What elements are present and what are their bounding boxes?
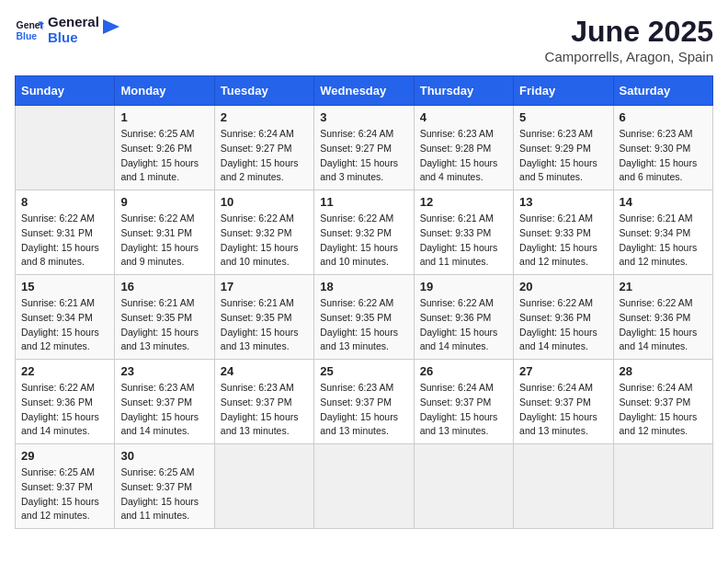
calendar-cell: 23Sunrise: 6:23 AMSunset: 9:37 PMDayligh… — [115, 360, 214, 444]
calendar-cell: 6Sunrise: 6:23 AMSunset: 9:30 PMDaylight… — [613, 106, 712, 190]
calendar-week-3: 15Sunrise: 6:21 AMSunset: 9:34 PMDayligh… — [16, 275, 713, 360]
col-friday: Friday — [514, 76, 613, 106]
logo-blue: Blue — [48, 30, 99, 46]
calendar-subtitle: Camporrells, Aragon, Spain — [545, 49, 713, 64]
calendar-cell: 21Sunrise: 6:22 AMSunset: 9:36 PMDayligh… — [613, 275, 712, 360]
col-monday: Monday — [115, 76, 214, 106]
calendar-cell: 16Sunrise: 6:21 AMSunset: 9:35 PMDayligh… — [115, 275, 214, 360]
col-tuesday: Tuesday — [214, 76, 313, 106]
calendar-cell — [214, 444, 313, 529]
calendar-body: 1Sunrise: 6:25 AMSunset: 9:26 PMDaylight… — [16, 106, 713, 529]
calendar-cell: 29Sunrise: 6:25 AMSunset: 9:37 PMDayligh… — [16, 444, 115, 529]
calendar-cell: 18Sunrise: 6:22 AMSunset: 9:35 PMDayligh… — [314, 275, 414, 360]
calendar-cell: 3Sunrise: 6:24 AMSunset: 9:27 PMDaylight… — [314, 106, 414, 190]
header-row: Sunday Monday Tuesday Wednesday Thursday… — [16, 76, 713, 106]
calendar-cell: 20Sunrise: 6:22 AMSunset: 9:36 PMDayligh… — [514, 275, 613, 360]
calendar-cell — [314, 444, 414, 529]
col-wednesday: Wednesday — [314, 76, 414, 106]
calendar-cell: 28Sunrise: 6:24 AMSunset: 9:37 PMDayligh… — [613, 360, 712, 444]
calendar-week-2: 8Sunrise: 6:22 AMSunset: 9:31 PMDaylight… — [16, 190, 713, 275]
calendar-cell: 27Sunrise: 6:24 AMSunset: 9:37 PMDayligh… — [514, 360, 613, 444]
logo: General Blue General Blue — [15, 15, 121, 45]
calendar-title-block: June 2025 Camporrells, Aragon, Spain — [545, 15, 713, 64]
calendar-cell: 19Sunrise: 6:22 AMSunset: 9:36 PMDayligh… — [414, 275, 513, 360]
calendar-cell: 1Sunrise: 6:25 AMSunset: 9:26 PMDaylight… — [115, 106, 214, 190]
calendar-cell: 15Sunrise: 6:21 AMSunset: 9:34 PMDayligh… — [16, 275, 115, 360]
calendar-cell: 12Sunrise: 6:21 AMSunset: 9:33 PMDayligh… — [414, 190, 513, 275]
calendar-cell — [414, 444, 513, 529]
calendar-week-4: 22Sunrise: 6:22 AMSunset: 9:36 PMDayligh… — [16, 360, 713, 444]
col-saturday: Saturday — [613, 76, 712, 106]
calendar-cell: 22Sunrise: 6:22 AMSunset: 9:36 PMDayligh… — [16, 360, 115, 444]
calendar-cell: 11Sunrise: 6:22 AMSunset: 9:32 PMDayligh… — [314, 190, 414, 275]
calendar-cell: 8Sunrise: 6:22 AMSunset: 9:31 PMDaylight… — [16, 190, 115, 275]
calendar-cell: 24Sunrise: 6:23 AMSunset: 9:37 PMDayligh… — [214, 360, 313, 444]
calendar-cell — [16, 106, 115, 190]
calendar-title: June 2025 — [545, 15, 713, 49]
calendar-cell: 13Sunrise: 6:21 AMSunset: 9:33 PMDayligh… — [514, 190, 613, 275]
calendar-week-1: 1Sunrise: 6:25 AMSunset: 9:26 PMDaylight… — [16, 106, 713, 190]
logo-general: General — [48, 15, 99, 30]
calendar-week-5: 29Sunrise: 6:25 AMSunset: 9:37 PMDayligh… — [16, 444, 713, 529]
calendar-cell: 10Sunrise: 6:22 AMSunset: 9:32 PMDayligh… — [214, 190, 313, 275]
calendar-cell: 17Sunrise: 6:21 AMSunset: 9:35 PMDayligh… — [214, 275, 313, 360]
calendar-cell: 9Sunrise: 6:22 AMSunset: 9:31 PMDaylight… — [115, 190, 214, 275]
col-thursday: Thursday — [414, 76, 513, 106]
calendar-cell: 4Sunrise: 6:23 AMSunset: 9:28 PMDaylight… — [414, 106, 513, 190]
calendar-cell: 25Sunrise: 6:23 AMSunset: 9:37 PMDayligh… — [314, 360, 414, 444]
svg-marker-3 — [103, 19, 119, 34]
page-header: General Blue General Blue June 2025 Camp… — [15, 15, 713, 64]
calendar-cell: 26Sunrise: 6:24 AMSunset: 9:37 PMDayligh… — [414, 360, 513, 444]
calendar-cell — [514, 444, 613, 529]
calendar-header: Sunday Monday Tuesday Wednesday Thursday… — [16, 76, 713, 106]
calendar-table: Sunday Monday Tuesday Wednesday Thursday… — [15, 75, 713, 529]
col-sunday: Sunday — [16, 76, 115, 106]
logo-icon: General Blue — [15, 16, 44, 45]
calendar-cell: 2Sunrise: 6:24 AMSunset: 9:27 PMDaylight… — [214, 106, 313, 190]
calendar-cell: 14Sunrise: 6:21 AMSunset: 9:34 PMDayligh… — [613, 190, 712, 275]
calendar-cell: 5Sunrise: 6:23 AMSunset: 9:29 PMDaylight… — [514, 106, 613, 190]
logo-flag-icon — [103, 19, 121, 41]
svg-text:Blue: Blue — [17, 30, 38, 40]
calendar-cell — [613, 444, 712, 529]
calendar-cell: 30Sunrise: 6:25 AMSunset: 9:37 PMDayligh… — [115, 444, 214, 529]
